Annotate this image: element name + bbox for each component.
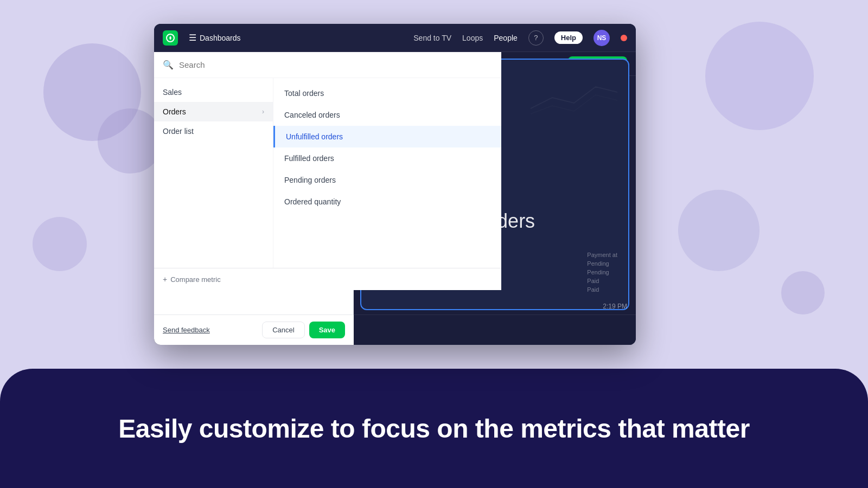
list-deco-3: Pending [587, 269, 617, 275]
footer-buttons: Cancel Save [262, 322, 345, 338]
cancel-button[interactable]: Cancel [262, 322, 304, 338]
option-label-fulfilled-orders: Fulfilled orders [284, 154, 334, 163]
brand-logo[interactable] [163, 30, 178, 46]
list-decoration: Payment at Pending Pending Paid Paid [587, 252, 617, 293]
blob-5 [678, 190, 760, 271]
send-to-tv-link[interactable]: Send to TV [413, 34, 451, 42]
bottom-tagline: Easily customize to focus on the metrics… [118, 414, 750, 444]
nav-label-sales: Sales [163, 88, 182, 97]
option-label-unfulfilled-orders: Unfulfilled orders [286, 132, 343, 141]
dropdown-content: Sales Orders › Order list Total orders C… [154, 78, 501, 268]
nav-label-orders: Orders [163, 107, 186, 116]
compare-label: Compare metric [170, 275, 220, 284]
blob-3 [705, 22, 814, 130]
list-deco-2: Pending [587, 260, 617, 267]
compare-metric[interactable]: + Compare metric [154, 268, 501, 290]
plus-icon: + [163, 275, 167, 284]
user-avatar[interactable]: NS [593, 30, 610, 46]
option-label-ordered-quantity: Ordered quantity [284, 197, 341, 206]
people-link[interactable]: People [494, 34, 518, 42]
option-total-orders[interactable]: Total orders [273, 82, 501, 104]
dropdown-overlay: 🔍 Sales Orders › Order list [154, 52, 501, 290]
option-label-canceled-orders: Canceled orders [284, 111, 340, 119]
close-button[interactable] [621, 35, 627, 41]
loops-link[interactable]: Loops [462, 34, 483, 42]
dashboards-label: Dashboards [200, 34, 241, 42]
list-deco-5: Paid [587, 286, 617, 293]
navbar: ☰ Dashboards Send to TV Loops People ? H… [154, 24, 636, 52]
option-label-total-orders: Total orders [284, 89, 324, 98]
option-unfulfilled-orders[interactable]: Unfulfilled orders [273, 126, 501, 147]
search-icon: 🔍 [163, 60, 174, 70]
question-mark: ? [534, 34, 538, 42]
blob-2 [98, 108, 163, 174]
search-bar: 🔍 [154, 52, 501, 78]
option-fulfilled-orders[interactable]: Fulfilled orders [273, 147, 501, 169]
time-display: 2:19 PM [603, 303, 627, 310]
help-button[interactable]: Help [554, 31, 583, 44]
nav-item-orders[interactable]: Orders › [154, 102, 273, 121]
orders-chevron-icon: › [262, 108, 264, 115]
dashboards-menu[interactable]: ☰ Dashboards [189, 33, 241, 43]
option-pending-orders[interactable]: Pending orders [273, 169, 501, 191]
bottom-section: Easily customize to focus on the metrics… [0, 369, 868, 488]
main-window: ☰ Dashboards Send to TV Loops People ? H… [154, 24, 636, 345]
chart-decoration [531, 76, 617, 119]
help-question-btn[interactable]: ? [528, 30, 544, 46]
list-deco-1: Payment at [587, 252, 617, 258]
nav-item-sales[interactable]: Sales [154, 82, 273, 102]
search-input[interactable] [179, 60, 493, 69]
send-feedback-link[interactable]: Send feedback [163, 326, 210, 334]
hamburger-icon: ☰ [189, 33, 196, 43]
panel-footer: Send feedback Cancel Save [154, 314, 354, 345]
save-button[interactable]: Save [309, 322, 345, 338]
option-ordered-quantity[interactable]: Ordered quantity [273, 191, 501, 213]
nav-label-order-list: Order list [163, 127, 194, 136]
nav-item-order-list[interactable]: Order list [154, 121, 273, 141]
blob-4 [33, 217, 87, 271]
right-options: Total orders Canceled orders Unfulfilled… [273, 78, 501, 268]
list-deco-4: Paid [587, 278, 617, 284]
navbar-actions: Send to TV Loops People ? Help NS [413, 30, 627, 46]
left-nav: Sales Orders › Order list [154, 78, 273, 268]
dashboard-footer [354, 314, 636, 345]
option-label-pending-orders: Pending orders [284, 176, 336, 184]
option-canceled-orders[interactable]: Canceled orders [273, 104, 501, 126]
blob-6 [781, 271, 825, 314]
